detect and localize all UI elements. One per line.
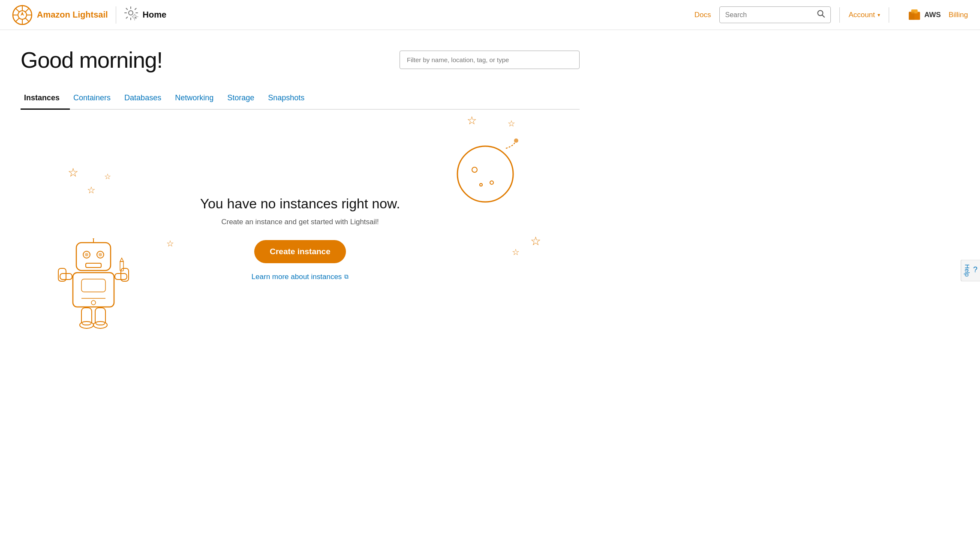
svg-point-22 (514, 138, 518, 143)
learn-more-link[interactable]: Learn more about instances ⧉ (252, 273, 349, 281)
star-deco-8: ☆ (512, 247, 520, 257)
page-header-row: Good morning! (21, 47, 580, 73)
tab-databases[interactable]: Databases (121, 88, 171, 110)
empty-state-content: You have no instances right now. Create … (200, 196, 400, 281)
external-link-icon: ⧉ (344, 273, 349, 280)
settings-gear-icon[interactable] (124, 6, 138, 24)
aws-area: AWS (908, 9, 941, 21)
planet-illustration (442, 123, 537, 217)
svg-point-12 (133, 15, 136, 18)
svg-point-25 (92, 238, 95, 239)
svg-point-11 (129, 11, 133, 15)
search-input[interactable] (725, 11, 814, 19)
svg-point-20 (490, 181, 493, 184)
svg-marker-10 (21, 12, 24, 16)
robot-illustration (55, 238, 141, 350)
tab-snapshots[interactable]: Snapshots (265, 88, 315, 110)
star-deco-3: ☆ (104, 172, 111, 181)
svg-point-21 (480, 183, 482, 186)
chevron-down-icon: ▾ (878, 12, 880, 18)
svg-line-9 (15, 18, 19, 22)
svg-point-29 (99, 253, 102, 256)
aws-label[interactable]: AWS (924, 11, 941, 19)
search-icon (817, 9, 825, 20)
svg-rect-30 (86, 263, 101, 267)
tabs-nav: Instances Containers Databases Networkin… (21, 88, 580, 110)
svg-line-8 (25, 8, 29, 12)
star-deco-2: ☆ (87, 185, 96, 196)
svg-point-34 (91, 301, 96, 305)
search-box (719, 6, 831, 23)
header-separator (839, 7, 840, 23)
account-button[interactable]: Account ▾ (848, 11, 880, 19)
empty-state-subtitle: Create an instance and get started with … (221, 218, 379, 226)
star-deco-4: ☆ (166, 238, 174, 249)
docs-link[interactable]: Docs (694, 11, 711, 19)
header-separator-2 (889, 7, 889, 23)
svg-point-18 (457, 146, 513, 202)
tab-networking[interactable]: Networking (171, 88, 224, 110)
star-deco-1: ☆ (68, 165, 78, 180)
svg-marker-44 (120, 258, 123, 261)
help-circle-icon: ? (973, 265, 977, 274)
help-tab[interactable]: ? Help (961, 260, 980, 282)
svg-line-6 (15, 8, 19, 12)
svg-point-19 (472, 167, 477, 172)
home-label: Home (143, 10, 167, 20)
empty-state-area: ☆ ☆ ☆ ☆ ☆ ☆ ☆ ☆ (21, 110, 580, 350)
lightsail-logo-icon (12, 5, 33, 25)
svg-rect-17 (909, 12, 914, 20)
billing-link[interactable]: Billing (949, 11, 968, 19)
header-divider-1 (116, 6, 116, 24)
svg-rect-23 (76, 243, 111, 270)
empty-state-title: You have no instances right now. (200, 196, 400, 212)
aws-cube-icon (908, 9, 921, 21)
create-instance-button[interactable]: Create instance (254, 240, 346, 263)
tab-containers[interactable]: Containers (70, 88, 121, 110)
svg-rect-32 (81, 279, 105, 292)
svg-point-27 (85, 253, 88, 256)
greeting-heading: Good morning! (21, 47, 162, 73)
logo-link[interactable]: Amazon Lightsail (12, 5, 108, 25)
main-content: Good morning! Instances Containers Datab… (0, 30, 600, 367)
star-deco-7: ☆ (530, 234, 541, 248)
tab-storage[interactable]: Storage (224, 88, 265, 110)
tab-instances[interactable]: Instances (21, 88, 70, 110)
header: Amazon Lightsail Home Docs Account ▾ (0, 0, 980, 30)
svg-line-7 (25, 18, 29, 22)
svg-rect-31 (73, 273, 114, 307)
filter-input[interactable] (400, 51, 580, 69)
svg-line-14 (823, 15, 825, 17)
logo-text: Amazon Lightsail (37, 10, 108, 20)
